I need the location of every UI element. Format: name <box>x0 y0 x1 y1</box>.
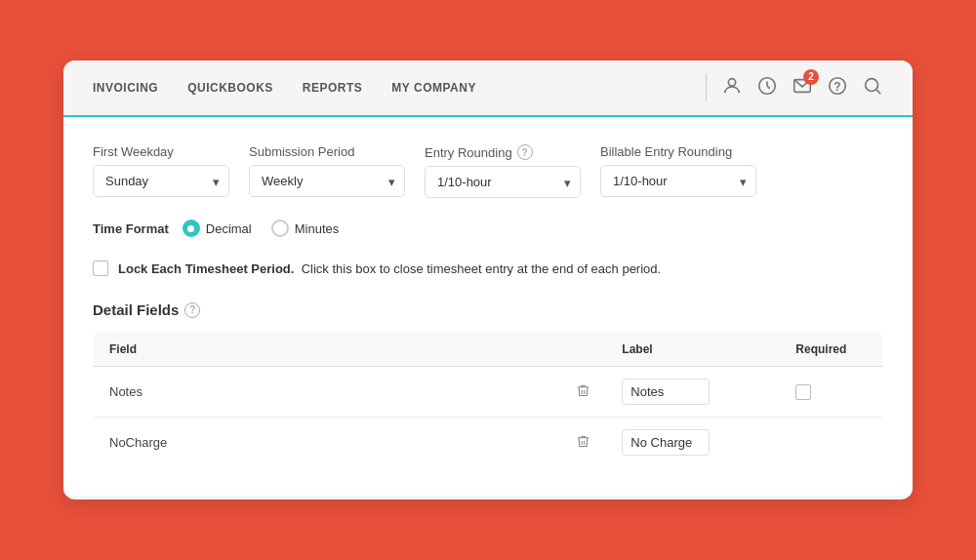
time-format-row: Time Format Decimal Minutes <box>93 220 883 237</box>
lock-checkbox[interactable] <box>93 260 108 276</box>
field-name-notes: Notes <box>109 384 142 399</box>
lock-hint-text: Click this box to close timesheet entry … <box>302 261 662 276</box>
lock-text: Lock Each Timesheet Period. Click this b… <box>118 261 661 276</box>
submission-period-group: Submission Period WeeklyBi-weeklyMonthly <box>249 144 405 197</box>
clock-icon[interactable] <box>756 75 778 101</box>
field-cell-nocharge: NoCharge <box>94 418 607 468</box>
entry-rounding-wrapper: 1/10-hour1/4-hour1/2-hour1-hour <box>425 166 581 198</box>
radio-minutes-circle <box>271 220 289 237</box>
field-cell-notes-inner: Notes <box>109 382 590 402</box>
label-cell-nocharge <box>606 418 780 468</box>
billable-rounding-label: Billable Entry Rounding <box>600 144 756 159</box>
submission-period-label: Submission Period <box>249 144 405 159</box>
nav-divider <box>706 73 707 102</box>
col-header-required: Required <box>780 333 882 367</box>
content-area: First Weekday SundayMondayTuesday Wednes… <box>63 117 913 496</box>
dropdowns-row: First Weekday SundayMondayTuesday Wednes… <box>93 144 883 198</box>
mail-icon[interactable]: 2 <box>792 75 813 101</box>
table-header-row: Field Label Required <box>94 333 883 367</box>
first-weekday-wrapper: SundayMondayTuesday WednesdayThursdayFri… <box>93 165 229 197</box>
radio-decimal-label: Decimal <box>206 221 252 236</box>
nav-my-company[interactable]: MY COMPANY <box>391 77 476 99</box>
first-weekday-group: First Weekday SundayMondayTuesday Wednes… <box>93 144 229 197</box>
entry-rounding-label-row: Entry Rounding ? <box>425 144 581 160</box>
billable-rounding-wrapper: 1/10-hour1/4-hour1/2-hour1-hour <box>600 165 756 197</box>
entry-rounding-select[interactable]: 1/10-hour1/4-hour1/2-hour1-hour <box>425 166 581 198</box>
field-cell-nocharge-inner: NoCharge <box>109 433 590 453</box>
radio-minutes-label: Minutes <box>295 221 340 236</box>
submission-period-select[interactable]: WeeklyBi-weeklyMonthly <box>249 165 405 197</box>
user-icon[interactable] <box>721 75 743 101</box>
first-weekday-label: First Weekday <box>93 144 229 159</box>
detail-fields-title-row: Detail Fields ? <box>93 301 883 318</box>
mail-badge: 2 <box>803 69 819 85</box>
svg-line-6 <box>876 90 880 94</box>
submission-period-wrapper: WeeklyBi-weeklyMonthly <box>249 165 405 197</box>
svg-point-0 <box>728 78 735 85</box>
radio-minutes[interactable]: Minutes <box>271 220 340 237</box>
billable-rounding-select[interactable]: 1/10-hour1/4-hour1/2-hour1-hour <box>600 165 756 197</box>
svg-text:?: ? <box>834 79 840 93</box>
label-input-notes[interactable] <box>622 379 710 405</box>
col-header-label: Label <box>606 333 780 367</box>
help-icon[interactable]: ? <box>827 75 848 101</box>
label-cell-notes <box>606 367 780 418</box>
col-header-field: Field <box>94 333 607 367</box>
entry-rounding-group: Entry Rounding ? 1/10-hour1/4-hour1/2-ho… <box>425 144 581 198</box>
entry-rounding-help-icon[interactable]: ? <box>517 144 533 160</box>
nav-quickbooks[interactable]: QUICKBOOKS <box>187 77 273 99</box>
billable-rounding-group: Billable Entry Rounding 1/10-hour1/4-hou… <box>600 144 756 197</box>
required-cell-nocharge <box>780 418 882 468</box>
required-cell-notes <box>780 367 882 418</box>
nav-links: INVOICING QUICKBOOKS REPORTS MY COMPANY <box>93 77 691 99</box>
required-checkbox-notes[interactable] <box>795 384 811 400</box>
svg-point-5 <box>866 78 878 91</box>
nav-icons: 2 ? <box>721 75 883 101</box>
detail-fields-help-icon[interactable]: ? <box>184 302 200 318</box>
field-name-nocharge: NoCharge <box>109 435 167 450</box>
table-row: NoCharge <box>94 418 883 468</box>
entry-rounding-label: Entry Rounding <box>425 145 512 160</box>
table-row: Notes <box>94 367 883 418</box>
delete-nocharge-icon[interactable] <box>576 433 590 453</box>
lock-bold-text: Lock Each Timesheet Period. <box>118 261 294 276</box>
nav-reports[interactable]: REPORTS <box>303 77 363 99</box>
delete-notes-icon[interactable] <box>576 382 590 402</box>
nav-invoicing[interactable]: INVOICING <box>93 77 158 99</box>
detail-fields-title: Detail Fields <box>93 301 179 318</box>
radio-decimal[interactable]: Decimal <box>183 220 252 237</box>
field-cell-notes: Notes <box>94 367 607 418</box>
label-input-nocharge[interactable] <box>622 429 710 456</box>
detail-fields-table: Field Label Required Notes <box>93 332 883 468</box>
time-format-label: Time Format <box>93 221 169 236</box>
time-format-radio-group: Decimal Minutes <box>183 220 340 237</box>
search-icon[interactable] <box>862 75 883 101</box>
first-weekday-select[interactable]: SundayMondayTuesday WednesdayThursdayFri… <box>93 165 229 197</box>
lock-row: Lock Each Timesheet Period. Click this b… <box>93 260 883 276</box>
main-card: INVOICING QUICKBOOKS REPORTS MY COMPANY <box>63 60 913 500</box>
navigation: INVOICING QUICKBOOKS REPORTS MY COMPANY <box>63 60 913 117</box>
radio-decimal-circle <box>183 220 200 237</box>
